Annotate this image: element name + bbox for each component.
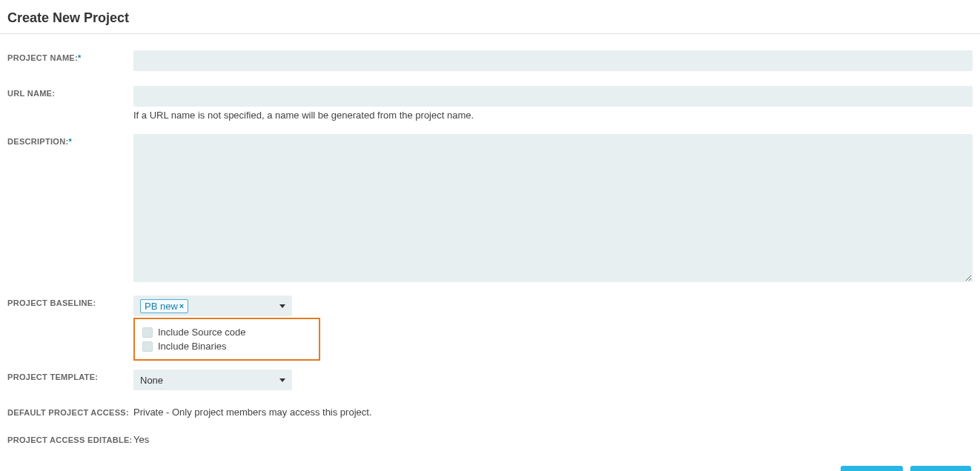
include-source-code-checkbox[interactable]: [142, 327, 153, 338]
project-name-row: PROJECT NAME:*: [7, 50, 973, 71]
project-baseline-token[interactable]: PB new×: [140, 299, 188, 313]
project-access-editable-value: Yes: [133, 432, 973, 445]
project-baseline-row: PROJECT BASELINE: PB new×: [7, 295, 973, 316]
project-baseline-token-text: PB new: [145, 301, 178, 312]
title-divider: [0, 33, 980, 34]
project-template-row: PROJECT TEMPLATE: None: [7, 370, 973, 390]
description-label: DESCRIPTION:*: [7, 134, 133, 146]
form-actions: Cancel Create: [0, 460, 980, 471]
project-name-input[interactable]: [133, 50, 973, 71]
description-label-text: DESCRIPTION:: [7, 137, 68, 146]
cancel-button[interactable]: Cancel: [841, 466, 903, 471]
default-project-access-row: DEFAULT PROJECT ACCESS: Private - Only p…: [7, 405, 973, 418]
required-mark: *: [68, 137, 72, 146]
chevron-down-icon: [279, 378, 285, 382]
project-template-value: None: [140, 375, 163, 386]
project-access-editable-label: PROJECT ACCESS EDITABLE:: [7, 432, 133, 444]
project-template-label: PROJECT TEMPLATE:: [7, 370, 133, 381]
required-mark: *: [78, 53, 82, 62]
url-name-input[interactable]: [133, 86, 973, 107]
page-title: Create New Project: [0, 0, 980, 33]
description-textarea[interactable]: [133, 134, 973, 282]
project-name-label: PROJECT NAME:*: [7, 50, 133, 62]
token-remove-icon[interactable]: ×: [179, 302, 184, 310]
include-source-code-label: Include Source code: [158, 327, 246, 338]
include-binaries-label: Include Binaries: [158, 341, 227, 352]
include-binaries-row: Include Binaries: [142, 341, 311, 352]
url-name-hint: If a URL name is not specified, a name w…: [133, 110, 973, 121]
url-name-label: URL NAME:: [7, 86, 133, 98]
chevron-down-icon: [279, 304, 285, 308]
project-form: PROJECT NAME:* URL NAME: If a URL name i…: [7, 50, 973, 445]
description-row: DESCRIPTION:*: [7, 134, 973, 282]
project-template-select[interactable]: None: [133, 370, 292, 390]
include-source-code-row: Include Source code: [142, 327, 311, 338]
project-name-label-text: PROJECT NAME:: [7, 53, 78, 62]
project-access-editable-row: PROJECT ACCESS EDITABLE: Yes: [7, 432, 973, 445]
project-baseline-select[interactable]: PB new×: [133, 295, 292, 316]
url-name-row: URL NAME: If a URL name is not specified…: [7, 86, 973, 121]
default-project-access-value: Private - Only project members may acces…: [133, 405, 973, 418]
project-baseline-label: PROJECT BASELINE:: [7, 295, 133, 307]
include-binaries-checkbox[interactable]: [142, 341, 153, 352]
default-project-access-label: DEFAULT PROJECT ACCESS:: [7, 405, 133, 417]
include-options-highlight: Include Source code Include Binaries: [133, 318, 320, 361]
create-button[interactable]: Create: [910, 466, 971, 471]
